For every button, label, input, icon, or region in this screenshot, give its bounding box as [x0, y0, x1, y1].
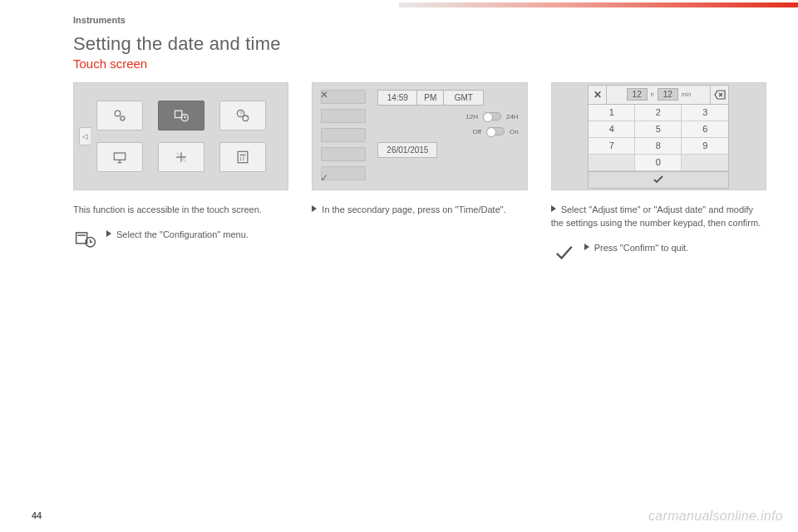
bullet-arrow-icon: [106, 230, 111, 237]
caption-a: This function is accessible in the touch…: [73, 204, 288, 217]
key-7[interactable]: 7: [589, 138, 635, 155]
confirm-icon[interactable]: ✓: [318, 171, 331, 185]
top-accent-bar: [0, 0, 798, 12]
tile-display[interactable]: [96, 142, 143, 172]
tile-settings[interactable]: [96, 101, 143, 131]
svg-point-0: [115, 111, 121, 116]
key-blank-left: [589, 155, 635, 171]
minutes-unit: min: [682, 91, 691, 97]
format-12h-label: 12H: [466, 113, 478, 121]
svg-rect-8: [238, 151, 248, 162]
minutes-value[interactable]: 12: [658, 88, 678, 101]
step-c2: Press "Confirm" to quit.: [551, 242, 766, 264]
column-c: ✕ 12 h 12 min 1 2 3: [551, 82, 766, 264]
step-c1: Select "Adjust time" or "Adjust date" an…: [551, 204, 766, 230]
time-date-controls: 14:59 PM GMT 12H 24H Off On 26/01/201: [366, 90, 518, 183]
side-tab[interactable]: [321, 128, 366, 142]
keypad-display: 12 h 12 min: [607, 86, 710, 104]
key-8[interactable]: 8: [635, 138, 682, 155]
section-label: Instruments: [73, 15, 766, 25]
step-a-text: Select the "Configuration" menu.: [106, 229, 288, 250]
key-4[interactable]: 4: [589, 121, 635, 138]
key-blank-right: [682, 155, 728, 171]
hours-value[interactable]: 12: [627, 88, 648, 101]
step-c1-label: Select "Adjust time" or "Adjust date" an…: [551, 204, 761, 228]
screenshot-config-menu: ◁ ?: [73, 82, 288, 190]
page-number: 44: [32, 510, 42, 520]
columns: ◁ ? This function is accessible in the t…: [73, 82, 766, 264]
format-switch[interactable]: [483, 112, 501, 121]
format-toggle-row: 12H 24H: [377, 112, 518, 121]
step-a-label: Select the "Configuration" menu.: [116, 229, 249, 239]
keypad-confirm-button[interactable]: [589, 171, 728, 188]
step-b-label: In the secondary page, press on "Time/Da…: [322, 204, 505, 214]
column-a: ◁ ? This function is accessible in the t…: [73, 82, 288, 264]
keypad-keys: 1 2 3 4 5 6 7 8 9 0: [589, 105, 728, 171]
close-icon[interactable]: ✕: [318, 88, 331, 101]
ampm-value[interactable]: PM: [417, 90, 444, 106]
key-2[interactable]: 2: [635, 105, 682, 121]
tile-units[interactable]: [158, 142, 204, 172]
watermark: carmanualsonline.info: [648, 509, 783, 524]
page-title: Setting the date and time: [73, 33, 766, 55]
key-6[interactable]: 6: [682, 121, 728, 138]
key-0[interactable]: 0: [635, 155, 682, 171]
manual-page: Instruments Setting the date and time To…: [0, 0, 798, 532]
format-24h-label: 24H: [506, 113, 519, 121]
key-1[interactable]: 1: [589, 105, 635, 121]
timezone-value[interactable]: GMT: [444, 90, 484, 106]
hours-unit: h: [651, 91, 654, 97]
screenshot-keypad: ✕ 12 h 12 min 1 2 3: [551, 82, 766, 190]
back-tab-icon[interactable]: ◁: [79, 127, 91, 145]
column-b: ✕ ✓ 14:59 PM GMT 12H: [312, 82, 527, 264]
sync-off-label: Off: [472, 128, 481, 135]
svg-text:?: ?: [239, 111, 242, 116]
key-5[interactable]: 5: [635, 121, 682, 138]
screenshot-time-date-page: ✕ ✓ 14:59 PM GMT 12H: [312, 82, 527, 190]
tile-calculator[interactable]: [219, 142, 266, 172]
time-date-icon: [73, 229, 98, 250]
time-value[interactable]: 14:59: [377, 90, 417, 106]
sync-switch[interactable]: [486, 127, 505, 135]
sync-on-label: On: [510, 128, 519, 135]
tile-time-date[interactable]: [158, 101, 204, 131]
sync-toggle-row: Off On: [377, 127, 518, 135]
bullet-arrow-icon: [551, 205, 556, 212]
svg-point-6: [243, 116, 249, 121]
side-tab[interactable]: [321, 109, 366, 123]
key-9[interactable]: 9: [682, 138, 728, 155]
side-tabs: [321, 90, 366, 183]
side-tab[interactable]: [321, 147, 366, 161]
step-a: Select the "Configuration" menu.: [73, 229, 288, 250]
bullet-arrow-icon: [312, 205, 317, 212]
date-value[interactable]: 26/01/2015: [377, 142, 437, 158]
backspace-icon[interactable]: [710, 86, 728, 104]
time-segments: 14:59 PM GMT: [377, 90, 518, 106]
step-c2-label: Press "Confirm" to quit.: [594, 243, 689, 253]
page-subtitle: Touch screen: [73, 57, 766, 71]
svg-point-1: [120, 116, 124, 121]
tile-help[interactable]: ?: [219, 101, 266, 131]
checkmark-icon: [551, 242, 576, 264]
keypad-close-icon[interactable]: ✕: [589, 86, 607, 104]
keypad-header: ✕ 12 h 12 min: [589, 86, 728, 105]
number-keypad: ✕ 12 h 12 min 1 2 3: [588, 85, 729, 189]
svg-rect-7: [114, 153, 125, 160]
config-tile-grid: ?: [96, 101, 266, 172]
accent-gradient: [399, 2, 798, 7]
step-c2-text: Press "Confirm" to quit.: [584, 242, 766, 264]
bullet-arrow-icon: [584, 244, 589, 250]
step-b: In the secondary page, press on "Time/Da…: [312, 204, 527, 217]
key-3[interactable]: 3: [682, 105, 728, 121]
